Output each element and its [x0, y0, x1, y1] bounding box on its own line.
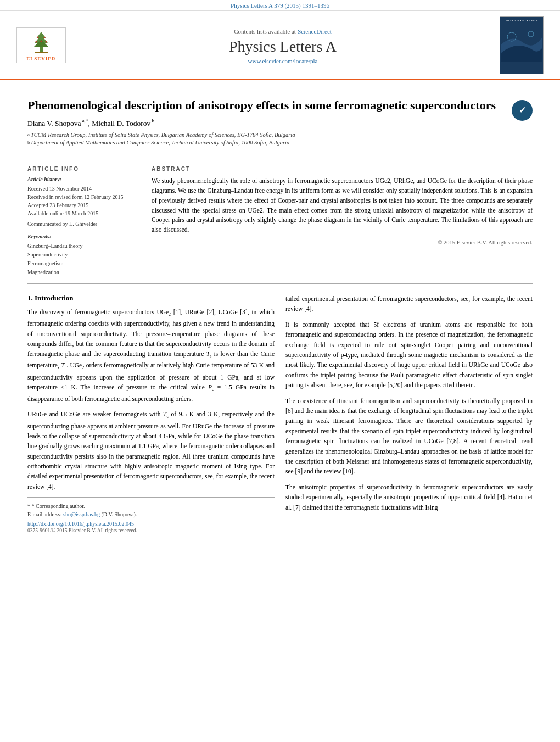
journal-title: Physics Letters A: [77, 38, 489, 55]
author-b-sup: b: [150, 118, 154, 124]
abstract-column: ABSTRACT We study phenomenologically the…: [148, 166, 533, 277]
elsevier-logo-box: ELSEVIER: [16, 27, 66, 63]
keyword-4: Magnetization: [27, 268, 129, 277]
footnote-area: * * Corresponding author. E-mail address…: [27, 497, 275, 533]
body-right-column: tailed experimental presentation of ferr…: [285, 294, 533, 533]
history-online: Available online 19 March 2015: [27, 209, 129, 217]
elsevier-tree-icon: [26, 30, 57, 54]
email-person: (D.V. Shopova).: [101, 511, 137, 517]
contents-available-text: Contents lists available at ScienceDirec…: [77, 27, 489, 36]
abstract-title: ABSTRACT: [152, 166, 533, 172]
journal-url: www.elsevier.com/locate/pla: [77, 58, 489, 64]
affiliation-a: a TCCM Research Group, Institute of Soli…: [27, 132, 503, 138]
journal-url-link[interactable]: www.elsevier.com/locate/pla: [248, 58, 318, 64]
journal-cover-graphic: [501, 23, 542, 62]
main-content: Phenomenological description of anisotro…: [0, 80, 560, 544]
star-symbol: *: [27, 503, 32, 509]
doi-anchor[interactable]: http://dx.doi.org/10.1016/j.physleta.201…: [27, 521, 134, 527]
svg-text:✓: ✓: [519, 105, 526, 115]
doi-link[interactable]: http://dx.doi.org/10.1016/j.physleta.201…: [27, 521, 275, 527]
crossmark-icon: ✓: [512, 100, 533, 121]
info-abstract-section: ARTICLE INFO Article history: Received 1…: [27, 159, 533, 284]
author-diana: Diana V. Shopova: [27, 119, 81, 127]
section1-para2: URuGe and UCoGe are weaker ferromagnets …: [27, 409, 275, 492]
abstract-copyright: © 2015 Elsevier B.V. All rights reserved…: [152, 239, 533, 246]
keywords-title: Keywords:: [27, 233, 129, 239]
article-info-column: ARTICLE INFO Article history: Received 1…: [27, 166, 137, 277]
right-para3: The coexistence of itinerant ferromagnet…: [285, 396, 533, 477]
section1-heading: 1. Introduction: [27, 294, 275, 303]
email-label: E-mail address:: [27, 511, 61, 517]
email-link[interactable]: sho@issp.bas.bg: [63, 511, 100, 517]
keyword-2: Superconductivity: [27, 250, 129, 259]
elsevier-brand-text: ELSEVIER: [26, 56, 56, 62]
right-para2: It is commonly accepted that 5f electron…: [285, 320, 533, 390]
history-communicated: Communicated by L. Ghivelder: [27, 220, 129, 228]
keyword-1: Ginzburg–Landau theory: [27, 242, 129, 250]
affil-a-text: TCCM Research Group, Institute of Solid …: [31, 132, 295, 138]
corresponding-author-label: * Corresponding author.: [32, 503, 85, 509]
body-left-column: 1. Introduction The discovery of ferroma…: [27, 294, 275, 533]
contents-label: Contents lists available at: [234, 28, 296, 35]
affiliations: a TCCM Research Group, Institute of Soli…: [27, 132, 503, 146]
svg-point-5: [37, 36, 38, 38]
journal-cover-image: PHYSICS LETTERS A: [500, 16, 544, 74]
journal-name-center: Contents lists available at ScienceDirec…: [66, 27, 500, 64]
right-para1: tailed experimental presentation of ferr…: [285, 294, 533, 314]
journal-top-bar: Physics Letters A 379 (2015) 1391–1396: [0, 0, 560, 11]
header-area: ELSEVIER Contents lists available at Sci…: [0, 11, 560, 80]
author-a-sup: a,: [81, 118, 86, 124]
journal-cover-title-text: PHYSICS LETTERS A: [505, 19, 537, 22]
journal-citation: Physics Letters A 379 (2015) 1391–1396: [231, 2, 329, 9]
article-title-section: Phenomenological description of anisotro…: [27, 88, 533, 151]
page-container: Physics Letters A 379 (2015) 1391–1396: [0, 0, 560, 742]
svg-point-7: [35, 41, 37, 42]
body-two-columns: 1. Introduction The discovery of ferroma…: [27, 294, 533, 533]
affil-a-sup: a: [27, 132, 30, 137]
sciencedirect-link[interactable]: ScienceDirect: [298, 28, 332, 35]
article-title-block: Phenomenological description of anisotro…: [27, 98, 503, 146]
right-para4: The anisotropic properties of supercondu…: [285, 482, 533, 512]
article-title: Phenomenological description of anisotro…: [27, 98, 503, 114]
affiliation-b: b Department of Applied Mathematics and …: [27, 140, 503, 146]
svg-point-8: [40, 40, 42, 42]
affil-b-sup: b: [27, 140, 30, 145]
svg-rect-1: [35, 52, 48, 53]
svg-point-6: [43, 36, 45, 38]
history-revised: Received in revised form 12 February 201…: [27, 193, 129, 201]
history-received: Received 13 November 2014: [27, 185, 129, 193]
affil-b-text: Department of Applied Mathematics and Co…: [31, 140, 290, 146]
section1-para1: The discovery of ferromagnetic supercond…: [27, 307, 275, 404]
elsevier-logo: ELSEVIER: [16, 27, 66, 63]
abstract-text: We study phenomenologically the role of …: [152, 176, 533, 235]
svg-point-9: [45, 41, 47, 42]
crossmark-logo: ✓: [512, 100, 533, 121]
authors-line: Diana V. Shopova a,*, Michail D. Todorov…: [27, 118, 503, 128]
issn-text: 0375-9601/© 2015 Elsevier B.V. All right…: [27, 528, 275, 533]
journal-cover-curve-icon: [501, 23, 542, 62]
crossmark-container: ✓: [512, 100, 533, 121]
author-michail: , Michail D. Todorov: [88, 119, 150, 127]
footnote-star: * * Corresponding author.: [27, 502, 275, 510]
article-info-title: ARTICLE INFO: [27, 166, 129, 172]
footnote-email: E-mail address: sho@issp.bas.bg (D.V. Sh…: [27, 510, 275, 518]
history-accepted: Accepted 23 February 2015: [27, 201, 129, 209]
keyword-3: Ferromagnetism: [27, 259, 129, 268]
article-history-title: Article history:: [27, 176, 129, 182]
